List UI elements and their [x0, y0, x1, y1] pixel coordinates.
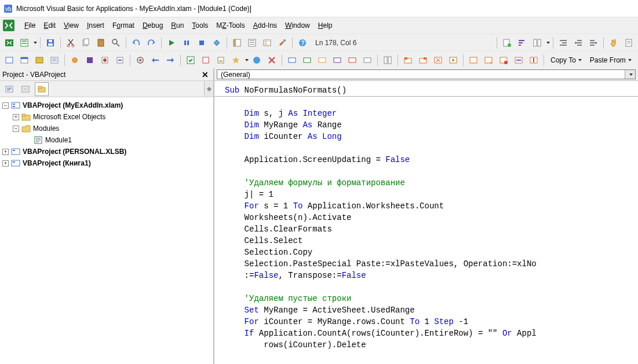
- mz-icon-3[interactable]: [32, 53, 46, 67]
- mz-tab-icon-6[interactable]: [482, 53, 495, 67]
- view-excel-icon[interactable]: [2, 36, 16, 50]
- mz-icon-4[interactable]: [48, 53, 61, 67]
- project-tree[interactable]: − VBAProject (MyExAddIn.xlam) + Microsof…: [0, 97, 213, 364]
- pane-scroll-handle[interactable]: [204, 81, 213, 97]
- mz-icon-18[interactable]: [285, 53, 299, 67]
- menu-view[interactable]: View: [60, 20, 82, 31]
- mz-icon-1[interactable]: [2, 53, 16, 67]
- mz-icon-8[interactable]: [113, 53, 127, 67]
- menu-insert[interactable]: Insert: [83, 20, 108, 31]
- properties-icon[interactable]: [245, 36, 259, 50]
- tree-item-module1[interactable]: Module1: [2, 134, 211, 146]
- insert-module-icon[interactable]: [17, 36, 31, 50]
- mz-icon-24[interactable]: [381, 53, 395, 67]
- run-icon[interactable]: [165, 36, 178, 50]
- mz-icon-5[interactable]: [68, 53, 82, 67]
- tree-root-3[interactable]: + VBAProject (Книга1): [2, 157, 211, 169]
- tree-root-2[interactable]: + VBAProject (PERSONAL.XLSB): [2, 146, 211, 157]
- view-object-icon[interactable]: [19, 82, 32, 96]
- menu-addins[interactable]: Add-Ins: [250, 20, 280, 31]
- mz-sort-icon[interactable]: [515, 36, 529, 50]
- toolbox-icon[interactable]: [275, 36, 289, 50]
- object-browser-icon[interactable]: [260, 36, 274, 50]
- collapse-icon[interactable]: −: [2, 102, 9, 109]
- mz-split-icon[interactable]: [530, 36, 544, 50]
- mz-tab-icon-8[interactable]: [512, 53, 526, 67]
- tree-folder-excel-objects[interactable]: + Microsoft Excel Objects: [2, 111, 211, 123]
- menu-mztools[interactable]: MZ-Tools: [213, 20, 248, 31]
- help-icon[interactable]: ?: [296, 36, 309, 50]
- mz-icon-22[interactable]: [345, 53, 359, 67]
- mz-tab-icon-3[interactable]: [431, 53, 445, 67]
- tree-folder-modules[interactable]: − Modules: [2, 123, 211, 134]
- mz-icon-21[interactable]: [330, 53, 344, 67]
- collapse-icon[interactable]: −: [13, 126, 19, 132]
- mz-icon-10[interactable]: [148, 53, 162, 67]
- mz-tab-icon-7[interactable]: [497, 53, 511, 67]
- menu-edit[interactable]: Edit: [40, 20, 59, 31]
- copy-to-button[interactable]: Copy To: [547, 55, 585, 65]
- dropdown-icon[interactable]: [34, 42, 37, 44]
- expand-icon[interactable]: +: [2, 149, 9, 155]
- menu-format[interactable]: Format: [109, 20, 138, 31]
- code-editor[interactable]: Sub NoFormulasNoFormats() Dim s, j As In…: [214, 81, 638, 364]
- mz-icon-14[interactable]: [214, 53, 228, 67]
- mz-tab-icon-5[interactable]: [466, 53, 480, 67]
- project-explorer-pane: Project - VBAProject ✕ − VBAProject (MyE…: [0, 68, 214, 364]
- mz-icon-23[interactable]: [360, 53, 374, 67]
- mz-icon-15[interactable]: [229, 53, 243, 67]
- dropdown-icon[interactable]: [245, 59, 249, 61]
- mz-icon-16[interactable]: [250, 53, 264, 67]
- mz-icon-12[interactable]: [184, 53, 198, 67]
- chevron-down-icon[interactable]: [625, 70, 635, 79]
- paste-icon[interactable]: [94, 36, 108, 50]
- tree-root-1[interactable]: − VBAProject (MyExAddIn.xlam): [2, 100, 211, 111]
- dropdown-icon[interactable]: [546, 42, 550, 44]
- save-icon[interactable]: [43, 36, 57, 50]
- close-icon[interactable]: ✕: [199, 69, 211, 80]
- object-dropdown[interactable]: (General): [217, 69, 636, 79]
- mz-file-icon[interactable]: [622, 36, 636, 50]
- mz-icon-13[interactable]: [199, 53, 213, 67]
- menu-run[interactable]: Run: [167, 20, 187, 31]
- mz-tab-icon-4[interactable]: [446, 53, 460, 67]
- mz-tab-icon-9[interactable]: [527, 53, 541, 67]
- menu-help[interactable]: Help: [315, 20, 336, 31]
- menu-window[interactable]: Window: [282, 20, 313, 31]
- mz-icon-17[interactable]: [265, 53, 279, 67]
- expand-icon[interactable]: +: [13, 114, 19, 120]
- mz-hand-icon[interactable]: [607, 36, 621, 50]
- svg-rect-56: [219, 60, 223, 62]
- design-mode-icon[interactable]: [210, 36, 224, 50]
- reset-icon[interactable]: [195, 36, 209, 50]
- expand-icon[interactable]: +: [2, 160, 9, 167]
- mz-icon-20[interactable]: [315, 53, 329, 67]
- mz-indent-icon[interactable]: [556, 36, 570, 50]
- paste-from-button[interactable]: Paste From: [586, 55, 635, 65]
- toggle-folders-icon[interactable]: [35, 82, 49, 96]
- mz-outdent-left-icon[interactable]: [571, 36, 585, 50]
- undo-icon[interactable]: [129, 36, 143, 50]
- mz-new-procedure-icon[interactable]: [500, 36, 514, 50]
- copy-icon[interactable]: [79, 36, 93, 50]
- redo-icon[interactable]: [144, 36, 158, 50]
- mz-icon-2[interactable]: [17, 53, 31, 67]
- svg-rect-65: [388, 57, 391, 64]
- menu-debug[interactable]: Debug: [139, 20, 166, 31]
- mz-tab-icon-2[interactable]: [416, 53, 430, 67]
- code-text[interactable]: Sub NoFormulasNoFormats() Dim s, j As In…: [214, 81, 638, 354]
- mz-tab-icon-1[interactable]: [401, 53, 415, 67]
- mz-outdent-right-icon[interactable]: [586, 36, 600, 50]
- menu-file[interactable]: File: [21, 20, 39, 31]
- mz-icon-19[interactable]: [300, 53, 314, 67]
- mz-icon-11[interactable]: [163, 53, 177, 67]
- break-icon[interactable]: [180, 36, 194, 50]
- mz-icon-9[interactable]: [133, 53, 147, 67]
- project-explorer-icon[interactable]: [230, 36, 244, 50]
- mz-icon-6[interactable]: [83, 53, 97, 67]
- find-icon[interactable]: [109, 36, 123, 50]
- cut-icon[interactable]: [64, 36, 78, 50]
- menu-tools[interactable]: Tools: [188, 20, 212, 31]
- mz-icon-7[interactable]: [98, 53, 112, 67]
- view-code-icon[interactable]: [2, 82, 16, 96]
